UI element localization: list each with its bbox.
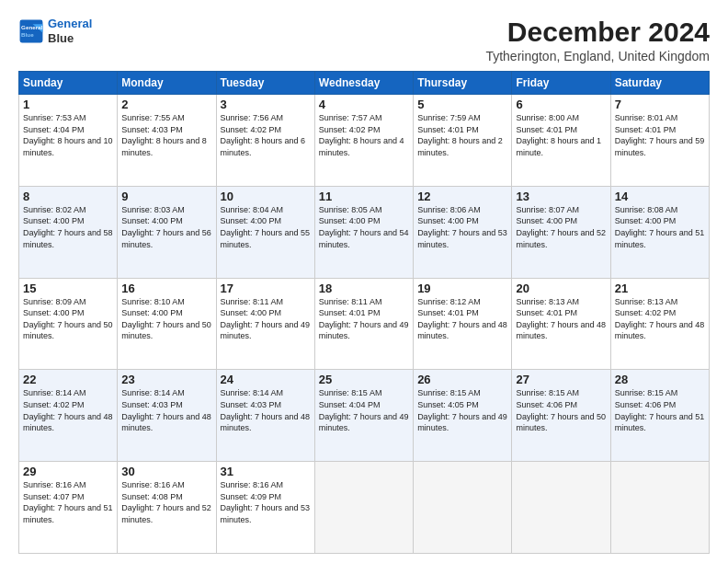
calendar-cell: 28Sunrise: 8:15 AMSunset: 4:06 PMDayligh… bbox=[610, 370, 709, 462]
day-info: Sunrise: 8:06 AMSunset: 4:00 PMDaylight:… bbox=[417, 204, 507, 250]
logo-text: General Blue bbox=[48, 17, 92, 45]
calendar-cell: 30Sunrise: 8:16 AMSunset: 4:08 PMDayligh… bbox=[118, 462, 216, 554]
day-number: 23 bbox=[121, 373, 211, 386]
svg-text:Blue: Blue bbox=[21, 31, 34, 38]
calendar-cell: 7Sunrise: 8:01 AMSunset: 4:01 PMDaylight… bbox=[610, 95, 709, 187]
subtitle: Tytherington, England, United Kingdom bbox=[485, 49, 710, 63]
calendar-header-thursday: Thursday bbox=[414, 72, 512, 95]
calendar-cell: 6Sunrise: 8:00 AMSunset: 4:01 PMDaylight… bbox=[512, 95, 610, 187]
day-number: 31 bbox=[221, 465, 311, 478]
day-number: 9 bbox=[121, 190, 211, 203]
day-number: 13 bbox=[516, 190, 606, 203]
logo: General Blue General Blue bbox=[18, 17, 92, 45]
day-info: Sunrise: 7:57 AMSunset: 4:02 PMDaylight:… bbox=[319, 112, 409, 158]
calendar-header-saturday: Saturday bbox=[610, 72, 709, 95]
day-number: 28 bbox=[615, 373, 705, 386]
day-number: 10 bbox=[221, 190, 311, 203]
day-info: Sunrise: 8:11 AMSunset: 4:00 PMDaylight:… bbox=[221, 296, 311, 342]
calendar-cell: 12Sunrise: 8:06 AMSunset: 4:00 PMDayligh… bbox=[414, 186, 512, 278]
calendar-cell bbox=[610, 462, 709, 554]
calendar-cell: 9Sunrise: 8:03 AMSunset: 4:00 PMDaylight… bbox=[118, 186, 216, 278]
day-number: 14 bbox=[615, 190, 705, 203]
day-number: 3 bbox=[221, 98, 311, 111]
title-block: December 2024 Tytherington, England, Uni… bbox=[485, 17, 710, 63]
calendar-cell: 18Sunrise: 8:11 AMSunset: 4:01 PMDayligh… bbox=[314, 278, 413, 370]
calendar-cell: 31Sunrise: 8:16 AMSunset: 4:09 PMDayligh… bbox=[216, 462, 314, 554]
day-number: 5 bbox=[417, 98, 507, 111]
day-number: 26 bbox=[417, 373, 507, 386]
day-number: 22 bbox=[23, 373, 113, 386]
day-number: 20 bbox=[516, 282, 606, 295]
day-number: 29 bbox=[23, 465, 113, 478]
day-info: Sunrise: 7:55 AMSunset: 4:03 PMDaylight:… bbox=[121, 112, 211, 158]
calendar-cell: 14Sunrise: 8:08 AMSunset: 4:00 PMDayligh… bbox=[610, 186, 709, 278]
calendar-cell: 4Sunrise: 7:57 AMSunset: 4:02 PMDaylight… bbox=[314, 95, 413, 187]
calendar-cell: 2Sunrise: 7:55 AMSunset: 4:03 PMDaylight… bbox=[118, 95, 216, 187]
day-number: 8 bbox=[23, 190, 113, 203]
calendar-header-wednesday: Wednesday bbox=[314, 72, 413, 95]
day-info: Sunrise: 8:15 AMSunset: 4:06 PMDaylight:… bbox=[516, 387, 606, 433]
day-info: Sunrise: 7:59 AMSunset: 4:01 PMDaylight:… bbox=[417, 112, 507, 158]
calendar-cell: 3Sunrise: 7:56 AMSunset: 4:02 PMDaylight… bbox=[216, 95, 314, 187]
day-info: Sunrise: 8:11 AMSunset: 4:01 PMDaylight:… bbox=[319, 296, 409, 342]
calendar-cell: 19Sunrise: 8:12 AMSunset: 4:01 PMDayligh… bbox=[414, 278, 512, 370]
calendar-cell: 13Sunrise: 8:07 AMSunset: 4:00 PMDayligh… bbox=[512, 186, 610, 278]
main-title: December 2024 bbox=[485, 17, 710, 47]
calendar-cell: 24Sunrise: 8:14 AMSunset: 4:03 PMDayligh… bbox=[216, 370, 314, 462]
calendar-header-sunday: Sunday bbox=[19, 72, 118, 95]
calendar-header-row: SundayMondayTuesdayWednesdayThursdayFrid… bbox=[19, 72, 710, 95]
day-info: Sunrise: 8:14 AMSunset: 4:02 PMDaylight:… bbox=[23, 387, 113, 433]
day-number: 16 bbox=[121, 282, 211, 295]
day-info: Sunrise: 8:15 AMSunset: 4:05 PMDaylight:… bbox=[417, 387, 507, 433]
day-number: 7 bbox=[615, 98, 705, 111]
day-info: Sunrise: 8:09 AMSunset: 4:00 PMDaylight:… bbox=[23, 296, 113, 342]
page: General Blue General Blue December 2024 … bbox=[0, 0, 728, 563]
day-info: Sunrise: 7:53 AMSunset: 4:04 PMDaylight:… bbox=[23, 112, 113, 158]
day-info: Sunrise: 8:12 AMSunset: 4:01 PMDaylight:… bbox=[417, 296, 507, 342]
calendar-cell: 11Sunrise: 8:05 AMSunset: 4:00 PMDayligh… bbox=[314, 186, 413, 278]
calendar-cell: 25Sunrise: 8:15 AMSunset: 4:04 PMDayligh… bbox=[314, 370, 413, 462]
day-number: 1 bbox=[23, 98, 113, 111]
calendar-header-tuesday: Tuesday bbox=[216, 72, 314, 95]
day-info: Sunrise: 8:15 AMSunset: 4:06 PMDaylight:… bbox=[615, 387, 705, 433]
day-info: Sunrise: 7:56 AMSunset: 4:02 PMDaylight:… bbox=[221, 112, 311, 158]
day-number: 24 bbox=[221, 373, 311, 386]
calendar-row-2: 15Sunrise: 8:09 AMSunset: 4:00 PMDayligh… bbox=[19, 278, 710, 370]
day-number: 11 bbox=[319, 190, 409, 203]
day-number: 6 bbox=[516, 98, 606, 111]
day-info: Sunrise: 8:05 AMSunset: 4:00 PMDaylight:… bbox=[319, 204, 409, 250]
day-number: 27 bbox=[516, 373, 606, 386]
calendar-cell: 27Sunrise: 8:15 AMSunset: 4:06 PMDayligh… bbox=[512, 370, 610, 462]
day-number: 12 bbox=[417, 190, 507, 203]
calendar-cell: 1Sunrise: 7:53 AMSunset: 4:04 PMDaylight… bbox=[19, 95, 118, 187]
day-info: Sunrise: 8:02 AMSunset: 4:00 PMDaylight:… bbox=[23, 204, 113, 250]
svg-text:General: General bbox=[21, 24, 42, 30]
day-info: Sunrise: 8:14 AMSunset: 4:03 PMDaylight:… bbox=[221, 387, 311, 433]
logo-icon: General Blue bbox=[18, 18, 44, 44]
calendar-cell: 5Sunrise: 7:59 AMSunset: 4:01 PMDaylight… bbox=[414, 95, 512, 187]
day-info: Sunrise: 8:07 AMSunset: 4:00 PMDaylight:… bbox=[516, 204, 606, 250]
day-number: 18 bbox=[319, 282, 409, 295]
day-number: 2 bbox=[121, 98, 211, 111]
calendar-row-4: 29Sunrise: 8:16 AMSunset: 4:07 PMDayligh… bbox=[19, 462, 710, 554]
calendar-cell bbox=[414, 462, 512, 554]
day-number: 15 bbox=[23, 282, 113, 295]
day-info: Sunrise: 8:03 AMSunset: 4:00 PMDaylight:… bbox=[121, 204, 211, 250]
day-info: Sunrise: 8:13 AMSunset: 4:02 PMDaylight:… bbox=[615, 296, 705, 342]
day-info: Sunrise: 8:10 AMSunset: 4:00 PMDaylight:… bbox=[121, 296, 211, 342]
day-number: 17 bbox=[221, 282, 311, 295]
day-info: Sunrise: 8:01 AMSunset: 4:01 PMDaylight:… bbox=[615, 112, 705, 158]
calendar-row-1: 8Sunrise: 8:02 AMSunset: 4:00 PMDaylight… bbox=[19, 186, 710, 278]
calendar-header-monday: Monday bbox=[118, 72, 216, 95]
day-info: Sunrise: 8:16 AMSunset: 4:07 PMDaylight:… bbox=[23, 479, 113, 525]
calendar-cell: 8Sunrise: 8:02 AMSunset: 4:00 PMDaylight… bbox=[19, 186, 118, 278]
day-number: 30 bbox=[121, 465, 211, 478]
calendar-cell: 21Sunrise: 8:13 AMSunset: 4:02 PMDayligh… bbox=[610, 278, 709, 370]
day-info: Sunrise: 8:00 AMSunset: 4:01 PMDaylight:… bbox=[516, 112, 606, 158]
day-number: 4 bbox=[319, 98, 409, 111]
calendar-cell bbox=[512, 462, 610, 554]
day-info: Sunrise: 8:08 AMSunset: 4:00 PMDaylight:… bbox=[615, 204, 705, 250]
calendar-cell: 20Sunrise: 8:13 AMSunset: 4:01 PMDayligh… bbox=[512, 278, 610, 370]
calendar-cell: 23Sunrise: 8:14 AMSunset: 4:03 PMDayligh… bbox=[118, 370, 216, 462]
calendar-row-3: 22Sunrise: 8:14 AMSunset: 4:02 PMDayligh… bbox=[19, 370, 710, 462]
